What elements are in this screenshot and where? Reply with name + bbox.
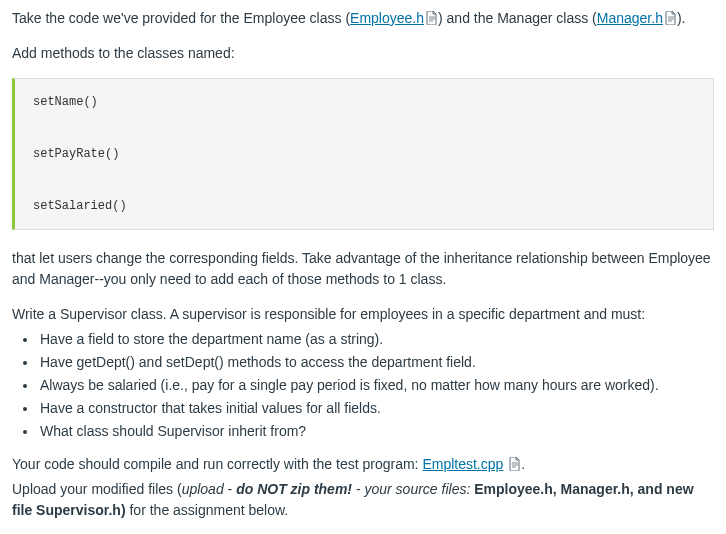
document-icon — [426, 11, 438, 25]
compile-text-1: Your code should compile and run correct… — [12, 456, 422, 472]
code-line-3: setSalaried() — [33, 195, 695, 217]
intro-text-2: ) and the Manager class ( — [438, 10, 597, 26]
list-item: Have a constructor that takes initial va… — [38, 398, 714, 419]
add-methods-text: Add methods to the classes named: — [12, 43, 714, 64]
list-item: Have a field to store the department nam… — [38, 329, 714, 350]
code-block: setName() setPayRate() setSalaried() — [12, 78, 714, 230]
upload-paragraph: Upload your modified files (upload - do … — [12, 479, 714, 521]
code-line-2: setPayRate() — [33, 143, 695, 165]
document-icon — [665, 11, 677, 25]
document-icon — [509, 457, 521, 471]
upload-bold-italic: do NOT zip them! — [236, 481, 352, 497]
compile-paragraph: Your code should compile and run correct… — [12, 454, 714, 475]
compile-text-2: . — [521, 456, 525, 472]
requirements-list: Have a field to store the department nam… — [12, 329, 714, 442]
upload-text-3: - — [352, 481, 364, 497]
upload-text-1: Upload your modified files ( — [12, 481, 182, 497]
upload-italic-1: upload — [182, 481, 224, 497]
list-item: What class should Supervisor inherit fro… — [38, 421, 714, 442]
upload-text-5: for the assignment below. — [126, 502, 289, 518]
employee-h-link[interactable]: Employee.h — [350, 10, 424, 26]
upload-text-2: - — [224, 481, 236, 497]
list-item: Always be salaried (i.e., pay for a sing… — [38, 375, 714, 396]
manager-h-link[interactable]: Manager.h — [597, 10, 663, 26]
intro-text-1: Take the code we've provided for the Emp… — [12, 10, 350, 26]
list-item: Have getDept() and setDept() methods to … — [38, 352, 714, 373]
code-line-1: setName() — [33, 91, 695, 113]
intro-paragraph: Take the code we've provided for the Emp… — [12, 8, 714, 29]
upload-italic-2: your source files: — [364, 481, 470, 497]
intro-text-3: ). — [677, 10, 686, 26]
after-code-paragraph: that let users change the corresponding … — [12, 248, 714, 290]
supervisor-intro: Write a Supervisor class. A supervisor i… — [12, 304, 714, 325]
empltest-link[interactable]: Empltest.cpp — [422, 456, 503, 472]
